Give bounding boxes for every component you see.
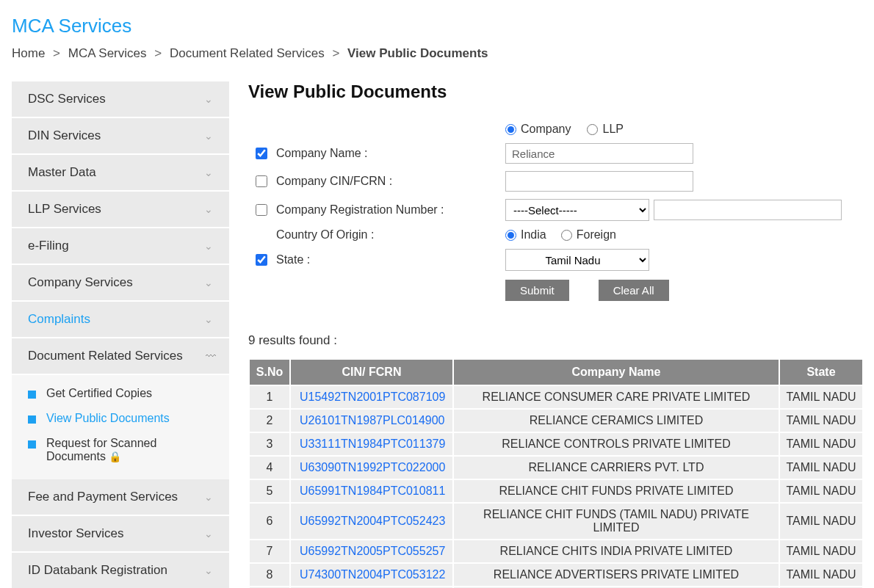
cell-company-name: RELIANCE CONSUMER CARE PRIVATE LIMITED — [454, 386, 779, 408]
th-state: State — [780, 360, 862, 385]
label-text: Company Name : — [276, 147, 368, 160]
sidebar-label: Fee and Payment Services — [28, 490, 178, 504]
row-country: Country Of Origin : India Foreign — [256, 228, 842, 242]
sidebar-sublist: Get Certified Copies View Public Documen… — [12, 375, 229, 479]
company-name-input[interactable] — [505, 143, 693, 164]
check-state[interactable] — [256, 254, 267, 266]
radio-foreign[interactable]: Foreign — [561, 228, 616, 242]
check-company-name[interactable] — [256, 148, 267, 159]
sidebar-item-master[interactable]: Master Data⌄ — [12, 155, 229, 192]
th-sn: S.No — [250, 360, 289, 385]
cell-company-name: RELIANCE CARRIERS PVT. LTD — [454, 457, 779, 479]
radio-llp-input[interactable] — [587, 124, 598, 135]
cell-cin: U15492TN2001PTC087109 — [291, 386, 452, 408]
radio-company-input[interactable] — [505, 124, 516, 135]
cin-link[interactable]: U65991TN1984PTC010811 — [300, 484, 445, 497]
breadcrumb-sep: > — [154, 46, 162, 60]
clearall-button[interactable]: Clear All — [599, 280, 669, 301]
sidebar-label: DIN Services — [28, 128, 101, 143]
row-company-name: Company Name : — [256, 143, 842, 164]
sidebar-sub-viewpublic[interactable]: View Public Documents — [12, 406, 229, 431]
th-name: Company Name — [454, 360, 779, 385]
state-select[interactable]: Tamil Nadu — [505, 249, 649, 271]
check-cin[interactable] — [256, 175, 267, 187]
sidebar-item-databank[interactable]: ID Databank Registration⌄ — [12, 553, 229, 588]
sidebar-label: LLP Services — [28, 202, 101, 217]
regno-select[interactable]: ----Select----- — [505, 199, 649, 221]
chevron-down-icon: ⌄ — [204, 240, 213, 252]
sidebar-item-fee[interactable]: Fee and Payment Services⌄ — [12, 479, 229, 516]
chevron-down-icon: ⌄ — [204, 565, 213, 576]
sidebar-sub-scanned[interactable]: Request for Scanned Documents 🔒 — [12, 431, 229, 469]
sidebar-item-llp[interactable]: LLP Services⌄ — [12, 192, 229, 228]
cin-link[interactable]: U33111TN1984PTC011379 — [300, 438, 445, 450]
sidebar-item-efiling[interactable]: e-Filing⌄ — [12, 228, 229, 265]
cell-state: TAMIL NADU — [780, 480, 862, 502]
radio-llp[interactable]: LLP — [587, 123, 623, 136]
cell-state: TAMIL NADU — [780, 504, 862, 539]
chevron-down-icon: ⌄ — [204, 313, 213, 325]
label-text: Company CIN/FCRN : — [276, 175, 392, 188]
cell-state: TAMIL NADU — [780, 433, 862, 455]
breadcrumb-drs[interactable]: Document Related Services — [170, 46, 325, 60]
cell-sn: 8 — [250, 564, 289, 586]
cin-link[interactable]: U15492TN2001PTC087109 — [300, 391, 445, 403]
cell-sn: 5 — [250, 480, 289, 502]
breadcrumb-mca[interactable]: MCA Services — [68, 46, 147, 60]
sidebar-sub-label: Request for Scanned Documents 🔒 — [46, 437, 213, 463]
results-count: 9 results found : — [248, 333, 864, 348]
cell-company-name: RELIANCE CHIT FUNDS PRIVATE LIMITED — [454, 480, 779, 502]
chevron-down-icon: ⌄ — [204, 130, 213, 142]
results-table: S.No CIN/ FCRN Company Name State 1U1549… — [248, 358, 864, 588]
radio-india[interactable]: India — [505, 228, 546, 242]
cin-link[interactable]: U74300TN2004PTC053122 — [300, 568, 445, 581]
sidebar-label: Complaints — [28, 312, 90, 327]
breadcrumb-home[interactable]: Home — [12, 46, 45, 60]
cell-sn: 3 — [250, 433, 289, 455]
cell-state: TAMIL NADU — [780, 410, 862, 432]
sidebar-item-complaints[interactable]: Complaints⌄ — [12, 302, 229, 338]
table-row: 3U33111TN1984PTC011379RELIANCE CONTROLS … — [250, 433, 862, 455]
label-company-name: Company Name : — [256, 147, 505, 160]
cin-input[interactable] — [505, 171, 693, 192]
chevron-down-icon: ⌄ — [204, 167, 213, 178]
sidebar-sub-label: View Public Documents — [46, 412, 170, 425]
radio-foreign-input[interactable] — [561, 230, 572, 241]
table-row: 4U63090TN1992PTC022000RELIANCE CARRIERS … — [250, 457, 862, 479]
sidebar-label: Master Data — [28, 165, 96, 180]
page-title[interactable]: MCA Services — [12, 15, 862, 37]
label-regno: Company Registration Number : — [256, 203, 505, 217]
cell-state: TAMIL NADU — [780, 457, 862, 479]
label-text: Company Registration Number : — [276, 203, 444, 217]
sidebar-sub-text: Request for Scanned Documents — [46, 437, 156, 462]
sidebar-item-dsc[interactable]: DSC Services⌄ — [12, 81, 229, 118]
sidebar-sub-getcopies[interactable]: Get Certified Copies — [12, 381, 229, 406]
cell-company-name: RELIANCE CHIT FUNDS (TAMIL NADU) PRIVATE… — [454, 504, 779, 539]
radio-india-input[interactable] — [505, 230, 516, 241]
cell-state: TAMIL NADU — [780, 386, 862, 408]
sidebar-item-investor[interactable]: Investor Services⌄ — [12, 516, 229, 553]
cin-link[interactable]: U65992TN2005PTC055257 — [300, 545, 445, 557]
radio-label: India — [521, 228, 546, 242]
cin-link[interactable]: U65992TN2004PTC052423 — [300, 515, 445, 527]
submit-button[interactable]: Submit — [505, 280, 569, 301]
type-radio-group: Company LLP — [505, 123, 842, 136]
cell-company-name: RELIANCE CERAMICS LIMITED — [454, 410, 779, 432]
lock-icon: 🔒 — [109, 451, 121, 462]
cell-company-name: RELIANCE ADVERTISERS PRIVATE LIMITED — [454, 564, 779, 586]
country-radio-group: India Foreign — [505, 228, 616, 242]
cell-state: TAMIL NADU — [780, 564, 862, 586]
check-regno[interactable] — [256, 204, 267, 216]
sidebar-label: Document Related Services — [28, 349, 183, 363]
radio-company[interactable]: Company — [505, 123, 571, 136]
sidebar-item-company[interactable]: Company Services⌄ — [12, 265, 229, 302]
cin-link[interactable]: U63090TN1992PTC022000 — [300, 461, 445, 473]
chevron-down-icon: ⌄ — [204, 93, 213, 105]
cin-link[interactable]: U26101TN1987PLC014900 — [300, 414, 444, 427]
sidebar-label: ID Databank Registration — [28, 563, 167, 578]
cell-company-name: RELIANCE CHITS INDIA PRIVATE LIMITED — [454, 540, 779, 562]
cell-cin: U63090TN1992PTC022000 — [291, 457, 452, 479]
regno-input[interactable] — [654, 200, 842, 220]
sidebar-item-din[interactable]: DIN Services⌄ — [12, 118, 229, 155]
sidebar-item-docrelated[interactable]: Document Related Services〰 — [12, 338, 229, 375]
